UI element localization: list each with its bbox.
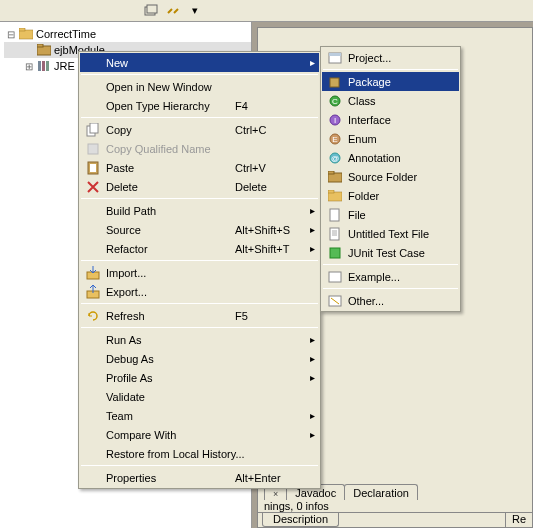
menu-open-new-window[interactable]: Open in New Window <box>80 77 319 96</box>
svg-rect-28 <box>328 171 334 174</box>
menu-new-project[interactable]: Project... <box>322 48 459 67</box>
tree-node-project[interactable]: ⊟ CorrectTime <box>4 26 251 42</box>
toolbar: ▾ <box>0 0 533 22</box>
refresh-icon <box>82 308 104 324</box>
menu-compare-with[interactable]: Compare With <box>80 425 319 444</box>
svg-rect-1 <box>147 5 157 13</box>
menu-team[interactable]: Team <box>80 406 319 425</box>
tree-label: JRE <box>54 60 75 72</box>
menu-run-as[interactable]: Run As <box>80 330 319 349</box>
svg-rect-2 <box>19 30 33 39</box>
menu-new-package[interactable]: Package <box>322 72 459 91</box>
svg-text:I: I <box>334 116 336 125</box>
menu-open-type-hierarchy[interactable]: Open Type HierarchyF4 <box>80 96 319 115</box>
text-file-icon <box>324 226 346 242</box>
menu-profile-as[interactable]: Profile As <box>80 368 319 387</box>
svg-rect-29 <box>328 192 342 201</box>
file-icon <box>324 207 346 223</box>
blank-icon <box>82 55 104 71</box>
delete-icon <box>82 179 104 195</box>
menu-new[interactable]: New <box>80 53 319 72</box>
svg-rect-6 <box>38 61 41 71</box>
menu-new-enum[interactable]: E Enum <box>322 129 459 148</box>
menu-new-annotation[interactable]: @ Annotation <box>322 148 459 167</box>
tab-declaration[interactable]: Declaration <box>344 484 418 501</box>
tree-label: CorrectTime <box>36 28 96 40</box>
expand-toggle-icon[interactable]: ⊟ <box>4 29 18 40</box>
svg-rect-34 <box>329 272 341 282</box>
menu-new-file[interactable]: File <box>322 205 459 224</box>
svg-rect-3 <box>19 28 25 31</box>
svg-rect-31 <box>330 209 339 221</box>
svg-rect-32 <box>330 228 339 240</box>
svg-text:E: E <box>332 135 337 144</box>
source-folder-icon <box>324 169 346 185</box>
menu-restore-history[interactable]: Restore from Local History... <box>80 444 319 463</box>
enum-icon: E <box>324 131 346 147</box>
svg-rect-8 <box>46 61 49 71</box>
svg-rect-11 <box>88 144 98 154</box>
svg-rect-13 <box>90 164 96 172</box>
menu-source[interactable]: SourceAlt+Shift+S <box>80 220 319 239</box>
menu-new-junit[interactable]: JUnit Test Case <box>322 243 459 262</box>
annotation-icon: @ <box>324 150 346 166</box>
menu-build-path[interactable]: Build Path <box>80 201 319 220</box>
menu-properties[interactable]: PropertiesAlt+Enter <box>80 468 319 487</box>
svg-rect-33 <box>330 248 340 258</box>
menu-refresh[interactable]: RefreshF5 <box>80 306 319 325</box>
example-icon <box>324 269 346 285</box>
menu-new-other[interactable]: Other... <box>322 291 459 310</box>
export-icon <box>82 284 104 300</box>
menu-copy-qualified: Copy Qualified Name <box>80 139 319 158</box>
expand-toggle-icon[interactable]: ⊞ <box>22 61 36 72</box>
column-resource[interactable]: Re <box>505 513 532 527</box>
svg-text:@: @ <box>331 154 339 163</box>
paste-icon <box>82 160 104 176</box>
import-icon <box>82 265 104 281</box>
svg-rect-18 <box>330 78 339 87</box>
project-icon <box>18 27 34 41</box>
svg-text:C: C <box>332 97 338 106</box>
copy-icon <box>82 122 104 138</box>
svg-rect-7 <box>42 61 45 71</box>
link-editor-icon[interactable] <box>164 2 182 20</box>
junit-icon <box>324 245 346 261</box>
svg-rect-17 <box>329 53 341 56</box>
wizard-icon <box>324 293 346 309</box>
menu-export[interactable]: Export... <box>80 282 319 301</box>
menu-new-folder[interactable]: Folder <box>322 186 459 205</box>
menu-debug-as[interactable]: Debug As <box>80 349 319 368</box>
menu-validate[interactable]: Validate <box>80 387 319 406</box>
source-folder-icon <box>36 43 52 57</box>
copy-qualified-icon <box>82 141 104 157</box>
view-menu-icon[interactable]: ▾ <box>186 2 204 20</box>
menu-new-untitled-text[interactable]: Untitled Text File <box>322 224 459 243</box>
menu-new-class[interactable]: C Class <box>322 91 459 110</box>
folder-icon <box>324 188 346 204</box>
column-description[interactable]: Description <box>262 513 339 527</box>
class-icon: C <box>324 93 346 109</box>
menu-paste[interactable]: PasteCtrl+V <box>80 158 319 177</box>
menu-new-source-folder[interactable]: Source Folder <box>322 167 459 186</box>
close-icon[interactable]: × <box>273 489 278 499</box>
svg-rect-5 <box>37 44 43 47</box>
svg-rect-10 <box>90 123 98 133</box>
menu-new-interface[interactable]: I Interface <box>322 110 459 129</box>
svg-rect-30 <box>328 190 334 193</box>
package-icon <box>324 74 346 90</box>
new-submenu: Project... Package C Class I Interface E… <box>320 46 461 312</box>
interface-icon: I <box>324 112 346 128</box>
menu-import[interactable]: Import... <box>80 263 319 282</box>
menu-new-example[interactable]: Example... <box>322 267 459 286</box>
collapse-all-icon[interactable] <box>142 2 160 20</box>
menu-copy[interactable]: CopyCtrl+C <box>80 120 319 139</box>
project-icon <box>324 50 346 66</box>
context-menu: New Open in New Window Open Type Hierarc… <box>78 51 321 489</box>
menu-delete[interactable]: DeleteDelete <box>80 177 319 196</box>
library-icon <box>36 59 52 73</box>
menu-refactor[interactable]: RefactorAlt+Shift+T <box>80 239 319 258</box>
